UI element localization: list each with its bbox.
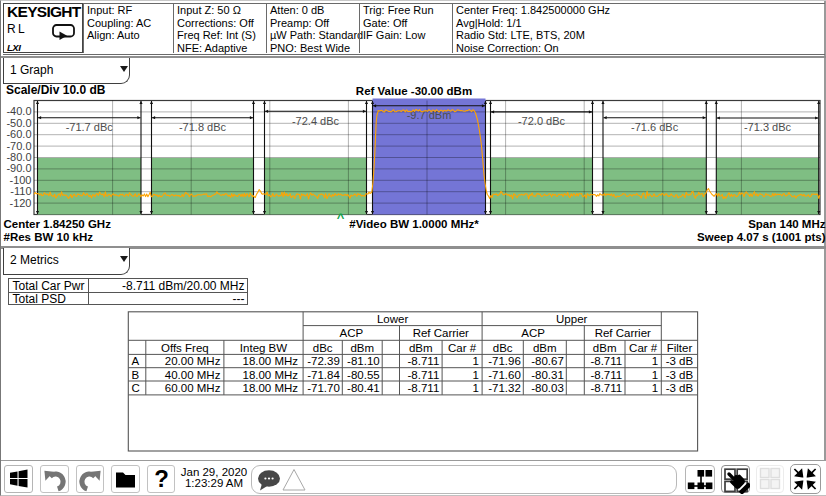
svg-text:1: 1: [652, 369, 658, 381]
svg-text:60.00 MHz: 60.00 MHz: [165, 382, 221, 394]
svg-text:-80.31: -80.31: [531, 369, 564, 381]
svg-text:-3 dB: -3 dB: [666, 355, 694, 367]
svg-text:-8.711: -8.711: [408, 382, 440, 394]
svg-text:-3 dB: -3 dB: [666, 382, 694, 394]
svg-text:-80.55: -80.55: [347, 369, 380, 381]
svg-text:-71.60: -71.60: [488, 369, 521, 381]
svg-text:dBm: dBm: [350, 342, 374, 354]
svg-text:1: 1: [472, 382, 478, 394]
svg-text:1: 1: [472, 369, 478, 381]
svg-text:ACP: ACP: [339, 327, 363, 339]
svg-text:-72.39: -72.39: [307, 355, 340, 367]
svg-text:Upper: Upper: [556, 313, 587, 325]
svg-text:18.00 MHz: 18.00 MHz: [242, 382, 298, 394]
svg-text:1: 1: [652, 355, 658, 367]
svg-text:A: A: [132, 355, 140, 367]
svg-text:-80.41: -80.41: [347, 382, 380, 394]
svg-text:ACP: ACP: [521, 327, 545, 339]
svg-text:C: C: [132, 382, 140, 394]
svg-text:Integ BW: Integ BW: [240, 342, 287, 354]
svg-text:-81.10: -81.10: [347, 355, 380, 367]
svg-text:dBm: dBm: [533, 342, 557, 354]
svg-text:-3 dB: -3 dB: [666, 369, 694, 381]
svg-text:Car #: Car #: [448, 342, 477, 354]
svg-text:-8.711: -8.711: [590, 369, 622, 381]
svg-text:18.00 MHz: 18.00 MHz: [242, 369, 298, 381]
svg-text:dBc: dBc: [313, 342, 333, 354]
svg-text:-71.70: -71.70: [307, 382, 340, 394]
svg-text:Ref Carrier: Ref Carrier: [595, 327, 651, 339]
svg-text:Ref Carrier: Ref Carrier: [413, 327, 469, 339]
svg-text:-8.711: -8.711: [408, 369, 440, 381]
svg-text:1: 1: [472, 355, 478, 367]
svg-text:Car #: Car #: [629, 342, 658, 354]
svg-text:-8.711: -8.711: [408, 355, 440, 367]
svg-text:B: B: [132, 369, 140, 381]
svg-text:?: ?: [154, 466, 169, 492]
svg-text:Filter: Filter: [667, 342, 693, 354]
svg-text:-80.67: -80.67: [531, 355, 564, 367]
svg-text:18.00 MHz: 18.00 MHz: [242, 355, 298, 367]
svg-text:-71.32: -71.32: [488, 382, 521, 394]
svg-text:Lower: Lower: [377, 313, 408, 325]
svg-text:dBm: dBm: [593, 342, 617, 354]
svg-text:1: 1: [652, 382, 658, 394]
svg-text:-71.84: -71.84: [307, 369, 340, 381]
svg-text:Offs Freq: Offs Freq: [161, 342, 209, 354]
svg-text:40.00 MHz: 40.00 MHz: [165, 369, 221, 381]
svg-text:dBm: dBm: [409, 342, 433, 354]
svg-text:-8.711: -8.711: [590, 382, 622, 394]
svg-text:-8.711: -8.711: [590, 355, 622, 367]
svg-text:dBc: dBc: [493, 342, 513, 354]
svg-text:-80.03: -80.03: [531, 382, 564, 394]
svg-text:-71.96: -71.96: [488, 355, 521, 367]
svg-text:20.00 MHz: 20.00 MHz: [165, 355, 221, 367]
